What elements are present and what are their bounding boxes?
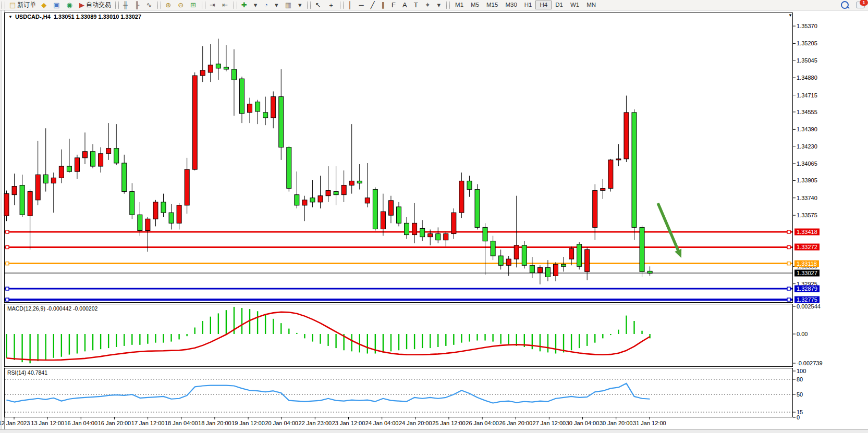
symbol-period-label: USDCAD-,H4 [15, 14, 51, 20]
macd-tick-label: -0.002739 [797, 360, 823, 366]
line-handle[interactable] [787, 298, 790, 301]
rsi-line [7, 383, 650, 403]
candle-body [632, 113, 637, 228]
candle-body [357, 181, 362, 183]
candle-body [341, 185, 346, 194]
candle-body [263, 113, 268, 118]
candle-body [491, 241, 495, 256]
candle-body [185, 169, 189, 205]
price-tick-label: 1.33575 [797, 212, 817, 218]
candle-body [593, 191, 597, 228]
candle-body [405, 223, 409, 234]
price-tick-label: 1.35205 [797, 40, 817, 46]
time-axis-label: 30 Jan 04:00 [566, 420, 600, 426]
line-handle[interactable] [6, 287, 9, 290]
rsi-label: RSI(14) 40.7841 [7, 369, 47, 376]
candle-body [388, 201, 393, 215]
time-axis-label: 31 Jan 12:00 [633, 420, 666, 426]
trend-arrow-annotation[interactable] [658, 203, 679, 252]
candle-body [467, 181, 472, 189]
rsi-tick-label: 0 [797, 414, 800, 420]
candle-body [436, 234, 441, 240]
macd-tick-label: 0.00 [797, 331, 808, 337]
candle-body [216, 64, 221, 68]
candle-body [287, 147, 291, 189]
candle-body [475, 190, 480, 228]
candle-body [20, 185, 25, 215]
line-handle[interactable] [787, 245, 790, 249]
candle-body [459, 181, 464, 213]
candle-body [326, 191, 331, 196]
chart-title[interactable]: ▼USDCAD-,H4 1.33051 1.33089 1.33010 1.33… [8, 14, 141, 20]
time-axis-label: 24 Jan 20:00 [399, 420, 432, 426]
candle-body [169, 213, 174, 223]
candle-body [349, 181, 354, 185]
candle-body [177, 205, 181, 223]
price-tick-label: 1.33905 [797, 177, 817, 183]
macd-label: MACD(12,26,9) -0.000442 -0.000202 [7, 305, 97, 312]
candle-body [381, 212, 385, 229]
time-axis-label: 19 Jan 12:00 [231, 420, 265, 426]
candle-body [106, 149, 111, 154]
ohlc-quotes-label: 1.33051 1.33089 1.33010 1.33027 [54, 14, 141, 20]
candle-body [428, 234, 433, 237]
rsi-tick-label: 50 [797, 391, 803, 398]
price-level-badge: 1.32775 [794, 296, 820, 303]
candle-body [310, 198, 315, 202]
candle-body [444, 234, 448, 240]
candle-body [83, 152, 88, 158]
line-handle[interactable] [787, 262, 790, 265]
line-handle[interactable] [6, 262, 9, 265]
candle-body [161, 202, 166, 213]
price-level-badge: 1.33418 [794, 228, 820, 235]
axis-scroll-marker[interactable]: ▼ [788, 13, 792, 18]
line-handle[interactable] [787, 230, 790, 233]
candle-body [397, 207, 401, 223]
line-handle[interactable] [6, 245, 9, 249]
candle-body [498, 256, 503, 265]
candle-body [192, 76, 197, 169]
candle-body [302, 200, 307, 205]
price-tick-label: 1.33740 [797, 195, 817, 201]
chart-canvas[interactable] [0, 0, 868, 433]
candle-body [554, 264, 558, 276]
candle-body [577, 244, 582, 266]
candle-body [4, 194, 9, 216]
candle-body [28, 192, 32, 216]
price-tick-label: 1.34065 [797, 160, 817, 167]
candle-body [616, 159, 621, 160]
candle-body [12, 187, 17, 195]
price-tick-label: 1.35045 [797, 57, 817, 64]
candle-body [231, 69, 236, 80]
collapse-icon[interactable]: ▼ [8, 15, 13, 19]
price-level-badge: 1.33272 [794, 244, 820, 251]
line-handle[interactable] [6, 230, 9, 233]
candle-body [318, 196, 323, 202]
candle-body [412, 223, 417, 234]
price-tick-label: 1.35370 [797, 23, 817, 29]
candle-body [601, 189, 605, 191]
candle-body [51, 178, 56, 183]
time-axis-label: 17 Jan 12:00 [131, 420, 165, 426]
line-handle[interactable] [787, 287, 790, 290]
candle-body [122, 163, 127, 192]
candle-body [585, 250, 590, 271]
candle-body [153, 202, 158, 219]
price-tick-label: 1.34880 [797, 75, 817, 81]
time-axis-label: 25 Jan 12:00 [432, 420, 466, 426]
line-handle[interactable] [6, 298, 9, 301]
trading-app-window: ▤新订单◆▣◉▶自动交易╫╟∿⊕⊖⊞⇥⇤✚▾◔▾▦▾↖＋│─╱∥FAT✦▾M1M… [0, 0, 868, 433]
candle-body [506, 259, 511, 265]
price-tick-label: 1.34230 [797, 143, 817, 150]
time-axis-label: 18 Jan 04:00 [165, 420, 198, 426]
candle-body [514, 245, 519, 259]
candle-body [545, 267, 550, 277]
macd-tick-label: 0.002544 [797, 303, 821, 310]
candle-body [35, 175, 40, 200]
candle-body [208, 65, 213, 72]
price-level-badge: 1.32879 [794, 285, 820, 292]
candle-body [334, 192, 338, 195]
price-tick-label: 1.34715 [797, 92, 817, 98]
time-axis-label: 22 Jan 23:00 [299, 420, 332, 426]
candle-body [200, 70, 205, 76]
